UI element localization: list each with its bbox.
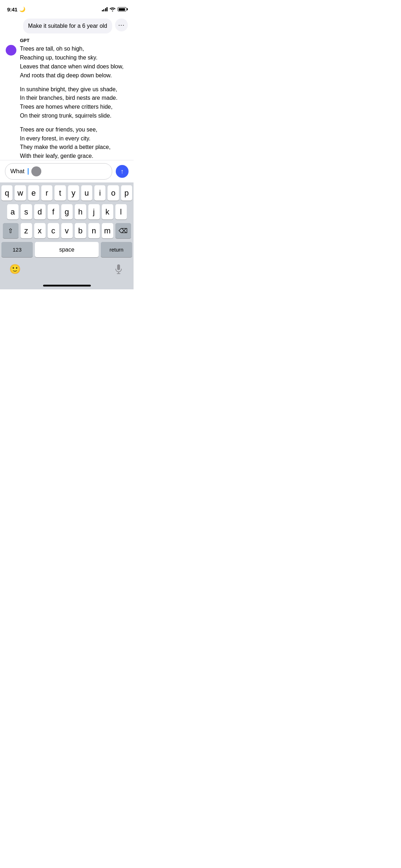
input-area: What ↑ xyxy=(0,160,134,182)
gpt-poem: Trees are tall, oh so high, Reaching up,… xyxy=(20,45,128,161)
keyboard: q w e r t y u i o p a s d f g h j k l ⇧ … xyxy=(0,182,134,289)
status-icons xyxy=(102,7,127,11)
key-r[interactable]: r xyxy=(41,185,52,201)
key-b[interactable]: b xyxy=(75,223,86,238)
key-m[interactable]: m xyxy=(102,223,113,238)
wifi-icon xyxy=(110,7,115,11)
dictation-dot xyxy=(31,166,41,176)
key-e[interactable]: e xyxy=(28,185,39,201)
key-q[interactable]: q xyxy=(1,185,12,201)
key-u[interactable]: u xyxy=(81,185,92,201)
key-return[interactable]: return xyxy=(101,242,132,257)
home-indicator xyxy=(43,285,91,286)
gpt-content: GPT Trees are tall, oh so high, Reaching… xyxy=(20,38,128,161)
signal-bars-icon xyxy=(102,7,108,11)
key-backspace[interactable]: ⌫ xyxy=(115,223,131,238)
keyboard-rows: q w e r t y u i o p a s d f g h j k l ⇧ … xyxy=(0,182,134,238)
key-g[interactable]: g xyxy=(61,204,73,219)
user-message-text: Make it suitable for a 6 year old xyxy=(23,19,112,33)
key-w[interactable]: w xyxy=(15,185,26,201)
gpt-label: GPT xyxy=(20,38,128,43)
keyboard-row-2: a s d f g h j k l xyxy=(1,204,132,219)
key-d[interactable]: d xyxy=(34,204,46,219)
text-cursor xyxy=(28,168,28,175)
key-y[interactable]: y xyxy=(68,185,79,201)
keyboard-row-3: ⇧ z x c v b n m ⌫ xyxy=(1,223,132,238)
key-a[interactable]: a xyxy=(7,204,19,219)
gpt-avatar xyxy=(6,45,16,56)
user-message: Make it suitable for a 6 year old ··· xyxy=(6,19,128,33)
key-z[interactable]: z xyxy=(21,223,32,238)
key-c[interactable]: c xyxy=(48,223,59,238)
keyboard-bottom-row: 123 space return xyxy=(0,242,134,257)
chat-area: Make it suitable for a 6 year old ··· GP… xyxy=(0,16,134,161)
moon-icon: 🌙 xyxy=(19,6,25,12)
battery-icon xyxy=(118,7,126,11)
key-k[interactable]: k xyxy=(102,204,113,219)
microphone-icon xyxy=(114,264,123,274)
more-dots-icon: ··· xyxy=(118,21,125,29)
key-h[interactable]: h xyxy=(75,204,86,219)
key-l[interactable]: l xyxy=(115,204,127,219)
more-options-button[interactable]: ··· xyxy=(115,19,128,31)
microphone-key[interactable] xyxy=(111,262,126,276)
keyboard-row-1: q w e r t y u i o p xyxy=(1,185,132,201)
poem-stanza-1: Trees are tall, oh so high, Reaching up,… xyxy=(20,45,128,80)
key-space[interactable]: space xyxy=(35,242,99,257)
key-i[interactable]: i xyxy=(94,185,105,201)
key-p[interactable]: p xyxy=(121,185,132,201)
key-v[interactable]: v xyxy=(61,223,73,238)
svg-rect-0 xyxy=(117,264,120,270)
input-text: What xyxy=(10,168,25,175)
gpt-message: GPT Trees are tall, oh so high, Reaching… xyxy=(6,38,128,161)
key-o[interactable]: o xyxy=(108,185,119,201)
key-f[interactable]: f xyxy=(48,204,59,219)
key-x[interactable]: x xyxy=(34,223,46,238)
keyboard-bottom-bar: 🙂 xyxy=(0,259,134,277)
status-time: 9:41 xyxy=(7,6,17,12)
poem-stanza-2: In sunshine bright, they give us shade, … xyxy=(20,85,128,120)
key-shift[interactable]: ⇧ xyxy=(3,223,19,238)
key-t[interactable]: t xyxy=(54,185,66,201)
poem-stanza-3: Trees are our friends, you see, In every… xyxy=(20,125,128,161)
text-input-wrapper[interactable]: What xyxy=(5,163,112,180)
key-n[interactable]: n xyxy=(88,223,100,238)
status-bar: 9:41 🌙 xyxy=(0,0,134,16)
key-j[interactable]: j xyxy=(88,204,100,219)
emoji-key[interactable]: 🙂 xyxy=(7,262,23,276)
key-numbers[interactable]: 123 xyxy=(1,242,33,257)
send-arrow-icon: ↑ xyxy=(121,168,124,175)
key-s[interactable]: s xyxy=(21,204,32,219)
send-button[interactable]: ↑ xyxy=(116,165,129,178)
